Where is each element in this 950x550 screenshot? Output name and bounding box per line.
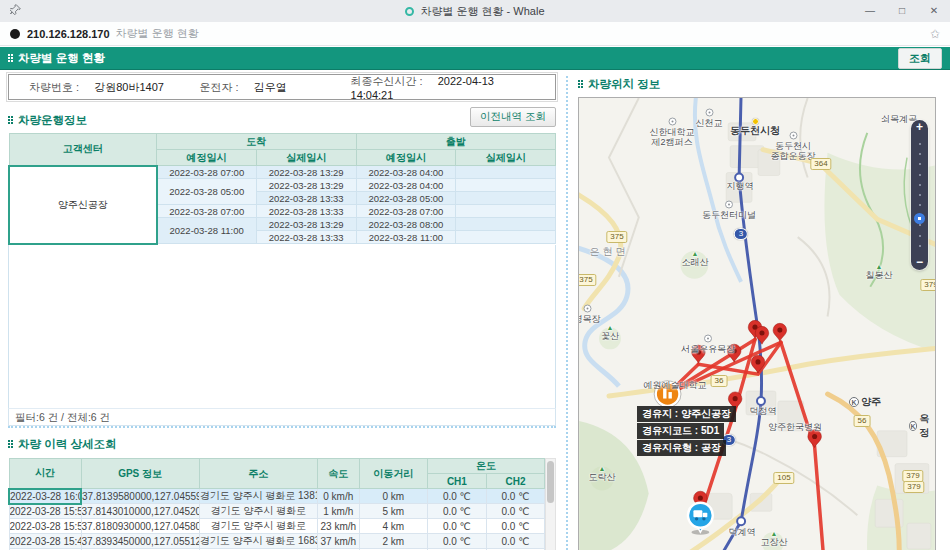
map-section-title: 차량위치 정보	[578, 77, 660, 92]
history-cell: 1 km/h	[317, 504, 359, 519]
pin-icon[interactable]	[10, 4, 21, 18]
section-grid-icon	[8, 116, 10, 118]
zoom-track-dot	[919, 235, 921, 237]
history-cell: 0.0 ℃	[486, 534, 544, 549]
site-info-icon[interactable]	[10, 29, 20, 39]
history-cell: 5 km	[359, 504, 427, 519]
zoom-out-button[interactable]: −	[916, 255, 923, 270]
departure-actual-cell	[456, 205, 556, 218]
history-cell: 4 km	[359, 519, 427, 534]
route-pin-marker[interactable]	[755, 326, 769, 344]
departure-actual-cell	[456, 231, 556, 244]
route-pin-marker[interactable]	[808, 430, 822, 448]
section-grid-icon	[8, 440, 10, 442]
route-line	[781, 342, 824, 550]
history-cell: 0.0 ℃	[427, 534, 486, 549]
departure-scheduled-cell: 2022-03-28 04:00	[356, 179, 456, 192]
bookmark-star-icon[interactable]: ✩	[930, 27, 940, 41]
col-address: 주소	[199, 459, 317, 489]
url-host: 210.126.128.170	[27, 28, 110, 40]
address-bar[interactable]: 210.126.128.170 차량별 운행 현황 ✩	[0, 22, 950, 46]
minimize-button[interactable]: —	[854, 0, 886, 22]
col-speed: 속도	[317, 459, 359, 489]
zoom-track-dot	[919, 174, 921, 176]
close-button[interactable]: ✕	[918, 0, 950, 22]
history-row[interactable]: 2022-03-28 16:0537.8139580000,127.045598…	[9, 489, 545, 504]
vehicle-no-label: 차량번호 :	[29, 81, 79, 93]
col-departure: 출발	[356, 134, 555, 150]
section-grid-icon	[578, 80, 580, 82]
history-row[interactable]: 2022-03-28 15:4837.8393450000,127.055121…	[9, 534, 545, 549]
waypoint-tooltip: 경유지 : 양주신공장 경유지코드 : 5D1 경유지유형 : 공장	[637, 406, 736, 456]
col-customer-center: 고객센터	[9, 134, 157, 166]
history-cell: 0.0 ℃	[486, 489, 544, 504]
col-ch2: CH2	[486, 474, 544, 489]
history-cell: 2022-03-28 15:48	[9, 534, 81, 549]
trip-table-body: 양주신공장2022-03-28 07:002022-03-28 13:29202…	[9, 166, 556, 244]
vehicle-location-map[interactable]: 신천교동두천시청신한대학교제2캠퍼스쇠목계곡동두천시종합운동장동두천터미널은현면…	[578, 97, 936, 550]
departure-actual-cell	[456, 166, 556, 179]
page-header: 차량별 운행 현황 조회	[0, 47, 950, 70]
vehicle-no-value: 강원80바1407	[94, 81, 164, 93]
map-zoom-slider[interactable]: + −	[911, 120, 928, 270]
col-ch1: CH1	[427, 474, 486, 489]
col-gps: GPS 정보	[81, 459, 199, 489]
col-distance: 이동거리	[359, 459, 427, 489]
arrival-actual-cell: 2022-03-28 13:29	[256, 166, 356, 179]
history-table-wrap: 시간 GPS 정보 주소 속도 이동거리 온도 CH1 CH2	[8, 458, 556, 550]
scrollbar-thumb[interactable]	[547, 461, 554, 503]
vehicle-marker[interactable]	[688, 503, 713, 535]
history-cell: 37.8180930000,127.0458010000	[81, 519, 199, 534]
previous-history-button[interactable]: 이전내역 조회	[470, 107, 556, 127]
browser-titlebar: 차량별 운행 현황 - Whale — □ ✕	[0, 0, 950, 22]
history-cell: 0 km	[359, 489, 427, 504]
waypoint-marker[interactable]	[654, 381, 681, 408]
route-pin-marker[interactable]	[773, 323, 787, 341]
zoom-track-dot	[919, 184, 921, 186]
departure-actual-cell	[456, 218, 556, 231]
departure-scheduled-cell: 2022-03-28 07:00	[356, 205, 456, 218]
maximize-button[interactable]: □	[886, 0, 918, 22]
arrival-scheduled-cell: 2022-03-28 07:00	[157, 166, 257, 179]
arrival-scheduled-cell: 2022-03-28 07:00	[157, 205, 257, 218]
history-cell: 0.0 ℃	[427, 519, 486, 534]
trip-row[interactable]: 양주신공장2022-03-28 07:002022-03-28 13:29202…	[9, 166, 556, 179]
trip-table-empty-area	[8, 245, 556, 409]
col-arrival-scheduled: 예정일시	[157, 150, 257, 166]
zoom-in-button[interactable]: +	[916, 120, 923, 135]
history-cell: 37.8139580000,127.0455980000	[81, 489, 199, 504]
zoom-slider-handle[interactable]	[914, 213, 925, 224]
history-table: 시간 GPS 정보 주소 속도 이동거리 온도 CH1 CH2	[8, 458, 545, 550]
search-button[interactable]: 조회	[898, 48, 942, 69]
zoom-track-dot	[919, 143, 921, 145]
route-layer	[579, 98, 935, 550]
tab-title: 차량별 운행 현황 - Whale	[0, 4, 950, 19]
history-row[interactable]: 2022-03-28 15:5637.8143010000,127.045204…	[9, 504, 545, 519]
history-cell: 37 km/h	[317, 534, 359, 549]
zoom-track-dot	[919, 204, 921, 206]
col-arrival-actual: 실제일시	[256, 150, 356, 166]
zoom-track-dot	[919, 153, 921, 155]
trip-table-block: 고객센터 도착 출발 예정일시 실제일시 예정일시 실제일시 양주신공장2022…	[8, 133, 556, 428]
url-page-title: 차량별 운행 현황	[116, 26, 199, 41]
departure-actual-cell	[456, 192, 556, 205]
history-row[interactable]: 2022-03-28 15:5437.8180930000,127.045801…	[9, 519, 545, 534]
route-pin-marker[interactable]	[692, 345, 706, 363]
history-cell: 2 km	[359, 534, 427, 549]
history-cell: 경기도 양주시 평화로	[199, 504, 317, 519]
arrival-actual-cell: 2022-03-28 13:33	[256, 192, 356, 205]
driver-label: 운전자 :	[200, 81, 239, 93]
arrival-actual-cell: 2022-03-28 13:29	[256, 179, 356, 192]
customer-center-name: 양주신공장	[9, 166, 157, 244]
col-time: 시간	[9, 459, 81, 489]
history-cell: 2022-03-28 16:05	[9, 489, 81, 504]
panel-divider	[566, 76, 568, 550]
arrival-scheduled-cell: 2022-03-28 05:00	[157, 179, 257, 205]
history-scrollbar[interactable]	[545, 458, 556, 550]
departure-scheduled-cell: 2022-03-28 11:00	[356, 231, 456, 244]
history-cell: 37.8393450000,127.0551210000	[81, 534, 199, 549]
departure-scheduled-cell: 2022-03-28 04:00	[356, 166, 456, 179]
section-grid-icon	[8, 54, 10, 56]
zoom-slider-track[interactable]	[911, 135, 928, 255]
vehicle-info-bar: 차량번호 : 강원80바1407 운전자 : 김우열 최종수신시간 : 2022…	[8, 74, 556, 100]
